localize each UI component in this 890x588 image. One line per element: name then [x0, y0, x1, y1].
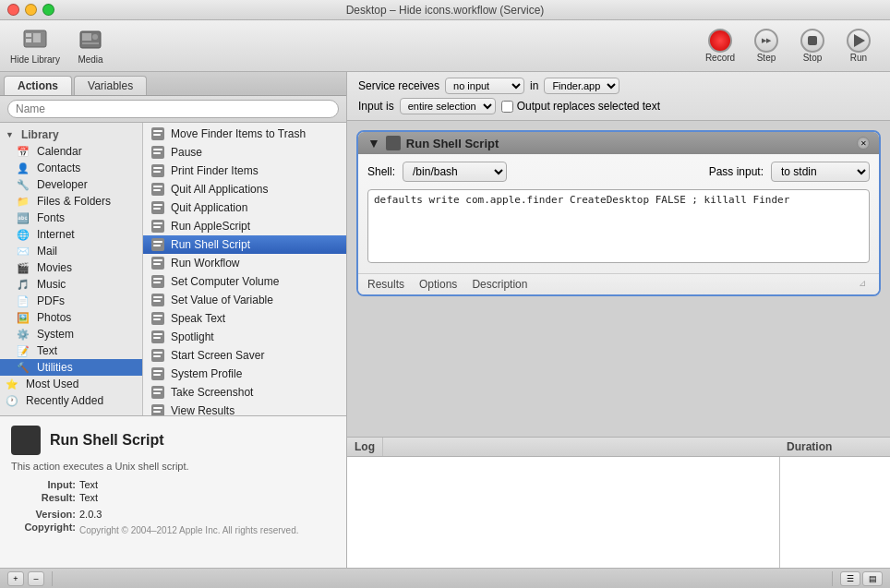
action-item[interactable]: Run AppleScript: [143, 217, 346, 235]
action-item[interactable]: Spotlight: [143, 328, 346, 346]
tree-item-files-folders[interactable]: 📁Files & Folders: [0, 193, 142, 210]
receives-select[interactable]: no input text files/folders: [445, 78, 524, 94]
panel-tabs: Actions Variables: [0, 72, 346, 96]
tree-item-pdfs[interactable]: 📄PDFs: [0, 293, 142, 309]
tree-item-fonts[interactable]: 🔤Fonts: [0, 210, 142, 226]
action-item-label: Run Workflow: [171, 257, 239, 270]
tab-actions[interactable]: Actions: [4, 76, 72, 95]
action-item[interactable]: Take Screenshot: [143, 383, 346, 402]
hide-library-button[interactable]: Hide Library: [9, 25, 61, 67]
svg-rect-34: [153, 282, 161, 283]
info-panel: Run Shell Script This action executes a …: [0, 415, 346, 568]
step-label: Step: [757, 53, 776, 63]
log-duration: [779, 457, 890, 568]
svg-rect-39: [153, 315, 162, 317]
window-controls[interactable]: [7, 4, 54, 16]
close-button[interactable]: [7, 4, 19, 16]
record-button[interactable]: Record: [698, 25, 742, 67]
action-item-label: Print Finder Items: [171, 164, 259, 177]
action-item[interactable]: Set Computer Volume: [143, 272, 346, 291]
detail-view-button[interactable]: ▤: [862, 571, 883, 586]
card-tab-options[interactable]: Options: [419, 278, 457, 291]
library-tree: ▼Library📅Calendar👤Contacts🔧Developer📁Fil…: [0, 123, 143, 415]
svg-rect-5: [82, 33, 91, 41]
action-item-label: Quit All Applications: [171, 183, 268, 196]
log-col-log: Log: [347, 438, 383, 456]
svg-rect-19: [153, 189, 161, 191]
action-item[interactable]: Speak Text: [143, 309, 346, 328]
action-item-icon: [150, 219, 165, 234]
maximize-button[interactable]: [42, 4, 54, 16]
svg-rect-54: [153, 407, 162, 409]
left-content: ▼Library📅Calendar👤Contacts🔧Developer📁Fil…: [0, 123, 346, 415]
tree-item-system[interactable]: ⚙️System: [0, 326, 142, 342]
output-checkbox[interactable]: [501, 101, 513, 113]
tree-item-developer[interactable]: 🔧Developer: [0, 176, 142, 193]
card-close-button[interactable]: ✕: [857, 137, 870, 150]
action-item-label: Take Screenshot: [171, 386, 253, 399]
svg-rect-42: [153, 333, 162, 335]
tree-item-text[interactable]: 📝Text: [0, 342, 142, 359]
statusbar-divider: [52, 571, 53, 586]
pass-input-select[interactable]: to stdin as arguments: [771, 162, 870, 182]
step-button[interactable]: Step: [744, 25, 788, 67]
action-item-icon: [150, 311, 165, 326]
tree-item-contacts[interactable]: 👤Contacts: [0, 160, 142, 176]
action-item[interactable]: Quit All Applications: [143, 180, 346, 198]
media-button[interactable]: Media: [65, 25, 116, 67]
run-icon: [847, 29, 871, 53]
tree-item-internet[interactable]: 🌐Internet: [0, 226, 142, 243]
tree-item-mail[interactable]: ✉️Mail: [0, 243, 142, 259]
tree-item-recently-added[interactable]: 🕐Recently Added: [0, 392, 142, 409]
info-input-row: Input: Text: [11, 479, 335, 490]
run-button[interactable]: Run: [836, 25, 881, 67]
tree-item-music[interactable]: 🎵Music: [0, 276, 142, 293]
action-item-label: Run Shell Script: [171, 238, 250, 251]
svg-rect-48: [153, 370, 162, 372]
stop-button[interactable]: Stop: [790, 25, 835, 67]
toolbar-right: Record Step Stop Run: [698, 25, 881, 67]
tree-item-photos[interactable]: 🖼️Photos: [0, 309, 142, 326]
svg-rect-3: [33, 33, 41, 42]
action-item[interactable]: System Profile: [143, 365, 346, 383]
action-item[interactable]: Run Shell Script: [143, 235, 346, 254]
add-action-button[interactable]: +: [7, 571, 24, 586]
svg-rect-7: [82, 42, 99, 44]
action-item[interactable]: Print Finder Items: [143, 162, 346, 180]
tree-item-movies[interactable]: 🎬Movies: [0, 259, 142, 276]
shell-select[interactable]: /bin/bash /bin/sh /usr/bin/perl /usr/bin…: [403, 162, 507, 182]
svg-rect-24: [153, 222, 162, 224]
action-item[interactable]: Pause: [143, 143, 346, 162]
info-copyright-row: Copyright: Copyright © 2004–2012 Apple I…: [11, 522, 335, 535]
svg-rect-13: [153, 152, 161, 154]
log-body: [347, 457, 890, 568]
svg-rect-49: [153, 374, 161, 376]
action-item[interactable]: Start Screen Saver: [143, 346, 346, 365]
action-item[interactable]: Set Value of Variable: [143, 291, 346, 309]
minimize-button[interactable]: [25, 4, 37, 16]
tree-item-utilities[interactable]: 🔨Utilities: [0, 359, 142, 376]
svg-rect-22: [153, 208, 161, 210]
action-item-icon: [150, 403, 165, 415]
card-tab-results[interactable]: Results: [367, 278, 404, 291]
action-item[interactable]: Run Workflow: [143, 254, 346, 272]
in-app-select[interactable]: Finder.app: [544, 78, 619, 94]
action-item-label: Set Computer Volume: [171, 275, 279, 288]
tree-item-library[interactable]: ▼Library: [0, 126, 142, 143]
card-tab-description[interactable]: Description: [472, 278, 527, 291]
tree-item-calendar[interactable]: 📅Calendar: [0, 143, 142, 160]
input-is-select[interactable]: entire selection: [400, 98, 496, 114]
list-view-button[interactable]: ☰: [840, 571, 860, 586]
version-value: 2.0.3: [79, 509, 102, 520]
tab-variables[interactable]: Variables: [74, 76, 147, 95]
action-item[interactable]: View Results: [143, 402, 346, 415]
action-item[interactable]: Quit Application: [143, 198, 346, 217]
action-item-label: System Profile: [171, 367, 242, 380]
svg-rect-21: [153, 204, 162, 206]
action-item[interactable]: Move Finder Items to Trash: [143, 125, 346, 143]
search-input[interactable]: [7, 100, 339, 118]
remove-action-button[interactable]: –: [28, 571, 44, 586]
code-editor[interactable]: defaults write com.apple.finder CreateDe…: [367, 189, 870, 263]
resize-handle[interactable]: ⊿: [855, 278, 870, 291]
tree-item-most-used[interactable]: ⭐Most Used: [0, 376, 142, 392]
